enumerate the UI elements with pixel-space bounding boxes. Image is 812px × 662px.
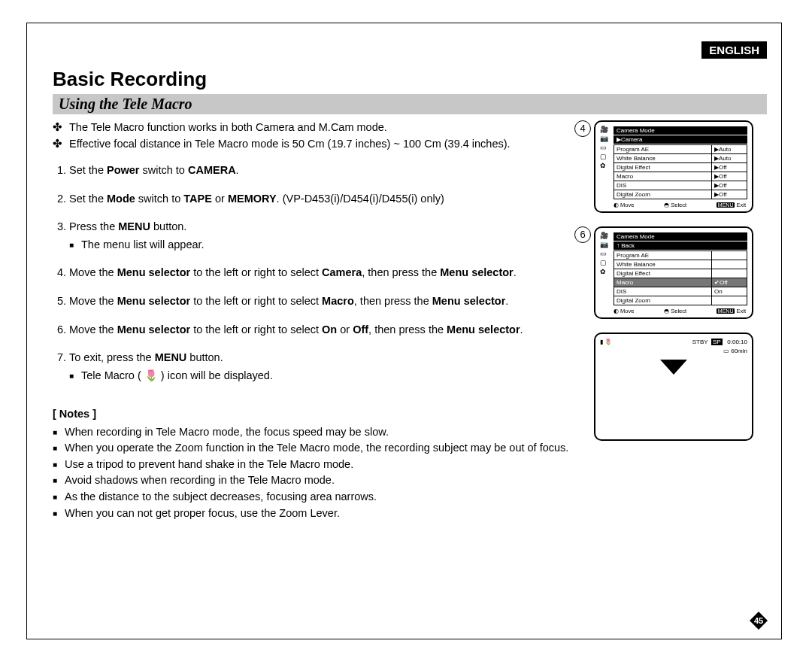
stby-label: STBY — [692, 339, 708, 345]
menu-table: Program AE▶Auto White Balance▶Auto Digit… — [614, 144, 747, 199]
step-5: Move the Menu selector to the left or ri… — [69, 294, 585, 309]
play-triangle-icon — [660, 360, 687, 375]
gear-icon: ✿ — [600, 269, 608, 275]
notes-list: When recording in Tele Macro mode, the f… — [53, 425, 585, 521]
lcd-screen-4: 🎥 📷 ▭ ▢ ✿ Camera Mode ▶Camera Program AE… — [594, 120, 753, 213]
memory-icon: ▢ — [600, 260, 608, 266]
lcd-screen-6: 🎥 📷 ▭ ▢ ✿ Camera Mode ↑ Back Program AE … — [594, 226, 753, 319]
note-item: When you operate the Zoom function in th… — [65, 441, 585, 456]
memory-icon: ▢ — [600, 153, 608, 160]
menu-chip: MENU — [717, 202, 735, 208]
notes-heading: [ Notes ] — [53, 407, 585, 422]
step-2: Set the Mode switch to TAPE or MEMORY. (… — [69, 192, 585, 207]
intro-item: The Tele Macro function works in both Ca… — [69, 120, 585, 135]
page-number: 45 — [749, 611, 768, 630]
language-badge: ENGLISH — [701, 41, 767, 59]
note-item: When you can not get proper focus, use t… — [65, 506, 585, 521]
step-3-sub: The menu list will appear. — [69, 238, 585, 253]
intro-item: Effective focal distance in Tele Macro m… — [69, 137, 585, 152]
step-7: To exit, press the MENU button. Tele Mac… — [69, 351, 585, 383]
note-item: Use a tripod to prevent hand shake in th… — [65, 457, 585, 472]
select-icon: ◓ — [664, 308, 669, 314]
page-title: Basic Recording — [53, 68, 782, 91]
camera-icon: 📷 — [600, 135, 608, 142]
camera-icon: 📷 — [600, 241, 608, 248]
step-3: Press the MENU button. The menu list wil… — [69, 220, 585, 252]
step-6: Move the Menu selector to the left or ri… — [69, 323, 585, 338]
callout-number-6: 6 — [574, 226, 591, 243]
menu-title: Camera Mode — [614, 232, 747, 241]
sp-badge: SP — [711, 339, 723, 345]
menu-table: Program AE White Balance Digital Effect … — [614, 251, 747, 305]
battery-icon: ▮ — [600, 339, 603, 345]
note-item: When recording in Tele Macro mode, the f… — [65, 425, 585, 440]
callout-number-4: 4 — [574, 120, 591, 137]
camcorder-icon: 🎥 — [600, 232, 608, 239]
page-number-badge: 45 — [749, 611, 768, 630]
steps-list: Set the Power switch to CAMERA. Set the … — [53, 163, 585, 383]
tape-remaining: 60min — [731, 348, 747, 354]
step-1: Set the Power switch to CAMERA. — [69, 163, 585, 178]
tape-icon: ▭ — [600, 144, 608, 151]
menu-crumb-back: ↑ Back — [614, 241, 747, 250]
camcorder-icon: 🎥 — [600, 126, 608, 133]
menu-title: Camera Mode — [614, 126, 747, 135]
step-7-sub: Tele Macro ( 🌷 ) icon will be displayed. — [69, 369, 585, 384]
menu-chip: MENU — [717, 308, 735, 314]
section-subtitle-bar: Using the Tele Macro — [53, 94, 767, 114]
tele-macro-icon: 🌷 — [604, 339, 612, 345]
move-icon: ◐ — [614, 308, 619, 314]
gear-icon: ✿ — [600, 162, 608, 169]
tape-icon: ▭ — [600, 251, 608, 257]
section-subtitle: Using the Tele Macro — [59, 96, 192, 112]
lcd-status-screen: ▮ 🌷 STBY SP 0:00:10 ▭ 60min — [594, 333, 753, 441]
step-4: Move the Menu selector to the left or ri… — [69, 266, 585, 281]
tape-icon: ▭ — [723, 348, 729, 354]
menu-row-selected: Macro✔Off — [614, 278, 747, 287]
move-icon: ◐ — [614, 202, 619, 208]
timecode: 0:00:10 — [727, 339, 747, 345]
select-icon: ◓ — [664, 202, 669, 208]
note-item: Avoid shadows when recording in the Tele… — [65, 473, 585, 488]
note-item: As the distance to the subject decreases… — [65, 490, 585, 505]
intro-list: The Tele Macro function works in both Ca… — [53, 120, 585, 151]
menu-crumb: ▶Camera — [614, 135, 747, 144]
